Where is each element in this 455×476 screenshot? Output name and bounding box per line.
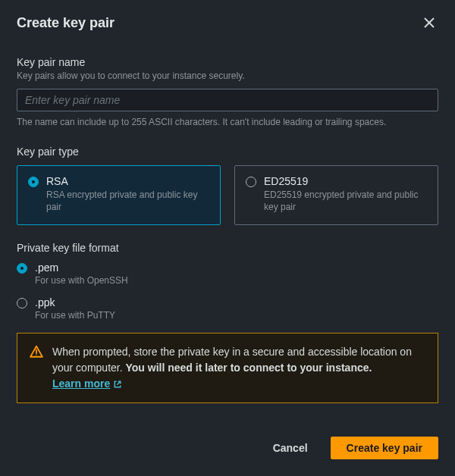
cancel-button[interactable]: Cancel bbox=[258, 437, 323, 459]
key-pair-name-label: Key pair name bbox=[17, 56, 438, 68]
private-key-format-label: Private key file format bbox=[17, 242, 438, 254]
create-key-pair-button[interactable]: Create key pair bbox=[331, 437, 438, 459]
key-pair-name-constraint: The name can include up to 255 ASCII cha… bbox=[17, 116, 438, 129]
tile-desc: RSA encrypted private and public key pai… bbox=[46, 189, 209, 215]
tile-desc: ED25519 encrypted private and public key… bbox=[264, 189, 427, 215]
tile-title: RSA bbox=[46, 175, 209, 187]
modal-title: Create key pair bbox=[17, 15, 115, 31]
svg-point-3 bbox=[36, 355, 36, 355]
key-pair-name-helper: Key pairs allow you to connect to your i… bbox=[17, 70, 438, 83]
modal-footer: Cancel Create key pair bbox=[0, 423, 455, 476]
modal-body: Key pair name Key pairs allow you to con… bbox=[0, 42, 455, 423]
key-pair-name-section: Key pair name Key pairs allow you to con… bbox=[17, 56, 438, 129]
radio-icon bbox=[17, 263, 27, 274]
tile-title: ED25519 bbox=[264, 175, 427, 187]
radio-title: .ppk bbox=[35, 296, 438, 308]
key-pair-type-rsa[interactable]: RSA RSA encrypted private and public key… bbox=[17, 165, 221, 226]
radio-desc: For use with PuTTY bbox=[35, 310, 438, 321]
warning-text-bold: You will need it later to connect to you… bbox=[126, 362, 372, 374]
key-pair-type-options: RSA RSA encrypted private and public key… bbox=[17, 165, 438, 226]
radio-icon bbox=[17, 298, 27, 308]
radio-desc: For use with OpenSSH bbox=[35, 275, 438, 286]
key-pair-type-section: Key pair type RSA RSA encrypted private … bbox=[17, 146, 438, 226]
private-key-format-section: Private key file format .pem For use wit… bbox=[17, 242, 438, 321]
key-pair-type-ed25519[interactable]: ED25519 ED25519 encrypted private and pu… bbox=[234, 165, 438, 226]
create-key-pair-modal: Create key pair Key pair name Key pairs … bbox=[0, 0, 455, 476]
radio-icon bbox=[246, 177, 256, 187]
learn-more-label: Learn more bbox=[52, 376, 110, 392]
private-key-format-options: .pem For use with OpenSSH .ppk For use w… bbox=[17, 261, 438, 321]
warning-icon bbox=[30, 345, 43, 359]
close-icon bbox=[423, 17, 435, 29]
warning-alert: When prompted, store the private key in … bbox=[17, 333, 438, 403]
key-pair-name-input[interactable] bbox=[17, 89, 438, 111]
format-option-ppk[interactable]: .ppk For use with PuTTY bbox=[17, 296, 438, 321]
learn-more-link[interactable]: Learn more bbox=[52, 376, 122, 392]
format-option-pem[interactable]: .pem For use with OpenSSH bbox=[17, 261, 438, 286]
radio-icon bbox=[28, 177, 39, 187]
warning-text: When prompted, store the private key in … bbox=[52, 344, 425, 392]
external-link-icon bbox=[113, 380, 122, 389]
radio-title: .pem bbox=[35, 261, 438, 274]
modal-header: Create key pair bbox=[0, 0, 455, 42]
key-pair-type-label: Key pair type bbox=[17, 146, 438, 158]
close-button[interactable] bbox=[420, 14, 438, 32]
